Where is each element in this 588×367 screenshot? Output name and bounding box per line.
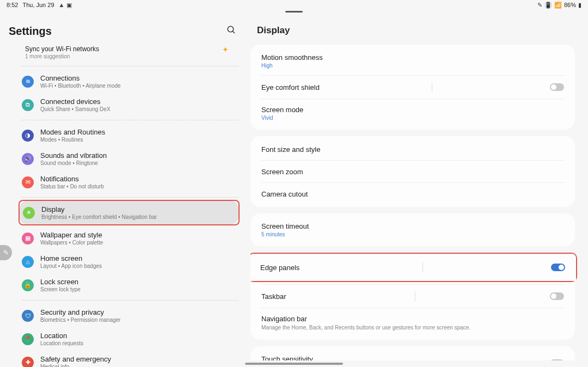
safety-icon: ✚ bbox=[22, 357, 34, 368]
label: Modes and Routines bbox=[40, 128, 105, 136]
settings-left-pane: Settings ✦ Sync your Wi-Fi networks 1 mo… bbox=[0, 10, 245, 367]
search-icon[interactable] bbox=[226, 25, 236, 38]
divider bbox=[22, 66, 238, 66]
gesture-indicator[interactable] bbox=[245, 363, 343, 365]
sub: Layout • App icon badges bbox=[40, 263, 102, 269]
row-screen-zoom[interactable]: Screen zoom bbox=[250, 161, 575, 182]
sidebar-item-lock-screen[interactable]: 🔒 Lock screenScreen lock type bbox=[22, 273, 245, 297]
sidebar-item-connections[interactable]: ≋ ConnectionsWi-Fi • Bluetooth • Airplan… bbox=[22, 70, 245, 93]
toggle-touch-sensitivity[interactable] bbox=[550, 359, 564, 360]
sidebar-item-notifications[interactable]: ✉ NotificationsStatus bar • Do not distu… bbox=[22, 170, 245, 194]
row-taskbar[interactable]: Taskbar bbox=[250, 285, 575, 308]
sub: Quick Share • Samsung DeX bbox=[40, 106, 111, 112]
row-screen-timeout[interactable]: Screen timeout5 minutes bbox=[250, 216, 575, 244]
wifi-circle-icon: ≋ bbox=[22, 76, 34, 88]
stylus-icon: ✎ bbox=[537, 2, 542, 9]
row-motion-smoothness[interactable]: Motion smoothnessHigh bbox=[250, 47, 575, 75]
row-screen-mode[interactable]: Screen modeVivid bbox=[250, 99, 575, 127]
sub: Modes • Routines bbox=[40, 137, 105, 143]
suggestion-title: Sync your Wi-Fi networks bbox=[25, 45, 236, 53]
row-camera-cutout[interactable]: Camera cutout bbox=[250, 183, 575, 205]
toggle-eye-comfort[interactable] bbox=[550, 83, 564, 91]
sidebar-item-display-highlight: ☀ DisplayBrightness • Eye comfort shield… bbox=[19, 200, 240, 225]
label: Connections bbox=[40, 74, 121, 82]
group-motion: Motion smoothnessHigh Eye comfort shield… bbox=[250, 45, 575, 130]
top-drag-indicator[interactable] bbox=[285, 11, 303, 13]
sidebar-item-safety[interactable]: ✚ Safety and emergencyMedical info bbox=[22, 351, 245, 367]
sparkle-icon: ✦ bbox=[222, 45, 229, 54]
vibrate-icon: 📳 bbox=[544, 2, 552, 9]
label: Display bbox=[41, 205, 157, 213]
row-font-size[interactable]: Font size and style bbox=[250, 138, 575, 160]
sep bbox=[422, 262, 423, 272]
sidebar-item-home-screen[interactable]: ⌂ Home screenLayout • App icon badges bbox=[22, 250, 245, 273]
lock-icon: 🔒 bbox=[22, 279, 34, 291]
sub: Status bar • Do not disturb bbox=[40, 184, 104, 189]
svg-point-0 bbox=[228, 26, 234, 32]
group-touch: Touch sensitivityIncrease the touch sens… bbox=[250, 346, 575, 360]
sidebar-item-sounds[interactable]: 🔊 Sounds and vibrationSound mode • Ringt… bbox=[22, 147, 245, 170]
sidebar-item-security[interactable]: 🛡 Security and privacyBiometrics • Permi… bbox=[22, 304, 245, 327]
row-eye-comfort[interactable]: Eye comfort shield bbox=[250, 76, 575, 99]
label: Location bbox=[40, 332, 83, 340]
devices-icon: ⧉ bbox=[22, 99, 34, 111]
label: Camera cutout bbox=[261, 190, 308, 198]
sub: Medical info bbox=[40, 364, 111, 367]
shield-icon: 🛡 bbox=[22, 310, 34, 322]
modes-icon: ◑ bbox=[22, 130, 34, 142]
label: Taskbar bbox=[261, 292, 286, 301]
label: Notifications bbox=[40, 175, 104, 183]
sub: Sound mode • Ringtone bbox=[40, 160, 107, 166]
sound-icon: 🔊 bbox=[22, 153, 34, 165]
label: Home screen bbox=[40, 254, 102, 262]
suggestion-sub: 1 more suggestion bbox=[25, 53, 236, 59]
label: Lock screen bbox=[40, 278, 81, 286]
display-scroll[interactable]: Motion smoothnessHigh Eye comfort shield… bbox=[250, 45, 577, 360]
sub: Biometrics • Permission manager bbox=[40, 317, 120, 323]
sidebar-item-wallpaper[interactable]: ▦ Wallpaper and styleWallpapers • Color … bbox=[22, 227, 245, 250]
row-touch-sensitivity[interactable]: Touch sensitivityIncrease the touch sens… bbox=[250, 348, 575, 360]
warning-icon: ▲ bbox=[59, 2, 65, 9]
status-date: Thu, Jun 29 bbox=[22, 2, 54, 8]
toggle-edge-panels[interactable] bbox=[551, 264, 565, 271]
sidebar-item-modes-routines[interactable]: ◑ Modes and RoutinesModes • Routines bbox=[22, 124, 245, 147]
home-icon: ⌂ bbox=[22, 256, 34, 268]
divider bbox=[22, 120, 238, 120]
label: Edge panels bbox=[260, 264, 299, 272]
sub: Wallpapers • Color palette bbox=[40, 240, 103, 246]
value: High bbox=[261, 63, 323, 69]
label: Wallpaper and style bbox=[40, 231, 103, 239]
bell-icon: ✉ bbox=[22, 176, 34, 188]
value: 5 minutes bbox=[261, 231, 309, 237]
group-timeout: Screen timeout5 minutes bbox=[250, 213, 575, 246]
label: Screen timeout bbox=[261, 222, 309, 230]
label: Font size and style bbox=[261, 145, 320, 154]
image-icon: ▣ bbox=[66, 2, 72, 9]
row-navigation-bar[interactable]: Navigation barManage the Home, Back, and… bbox=[250, 308, 575, 338]
sub: Brightness • Eye comfort shield • Naviga… bbox=[41, 214, 157, 220]
sidebar-item-connected-devices[interactable]: ⧉ Connected devicesQuick Share • Samsung… bbox=[22, 93, 245, 117]
status-bar: 8:52 Thu, Jun 29 ▲ ▣ ✎ 📳 📶 86% ▮ bbox=[0, 0, 588, 10]
label: Screen mode bbox=[261, 106, 303, 114]
label: Connected devices bbox=[40, 97, 111, 106]
group-nav: Taskbar Navigation barManage the Home, B… bbox=[250, 282, 575, 340]
status-left-icons: ▲ ▣ bbox=[59, 2, 72, 9]
row-edge-panels[interactable]: Edge panels bbox=[250, 256, 576, 279]
label: Safety and emergency bbox=[40, 355, 111, 363]
desc: Manage the Home, Back, and Recents butto… bbox=[261, 324, 470, 331]
label: Touch sensitivity bbox=[261, 355, 439, 360]
sep bbox=[432, 82, 432, 92]
label: Screen zoom bbox=[261, 168, 303, 176]
sub: Screen lock type bbox=[40, 286, 81, 292]
sep bbox=[415, 291, 415, 301]
label: Sounds and vibration bbox=[40, 151, 107, 160]
settings-suggestion[interactable]: ✦ Sync your Wi-Fi networks 1 more sugges… bbox=[0, 43, 245, 64]
row-edge-panels-highlight: Edge panels bbox=[250, 253, 577, 282]
settings-title: Settings bbox=[9, 25, 52, 38]
group-font: Font size and style Screen zoom Camera c… bbox=[250, 136, 575, 207]
toggle-taskbar[interactable] bbox=[550, 292, 564, 300]
sub: Wi-Fi • Bluetooth • Airplane mode bbox=[40, 83, 121, 89]
sidebar-item-location[interactable]: 📍 LocationLocation requests bbox=[22, 327, 245, 351]
sidebar-item-display[interactable]: ☀ DisplayBrightness • Eye comfort shield… bbox=[20, 201, 238, 224]
divider bbox=[22, 197, 238, 198]
